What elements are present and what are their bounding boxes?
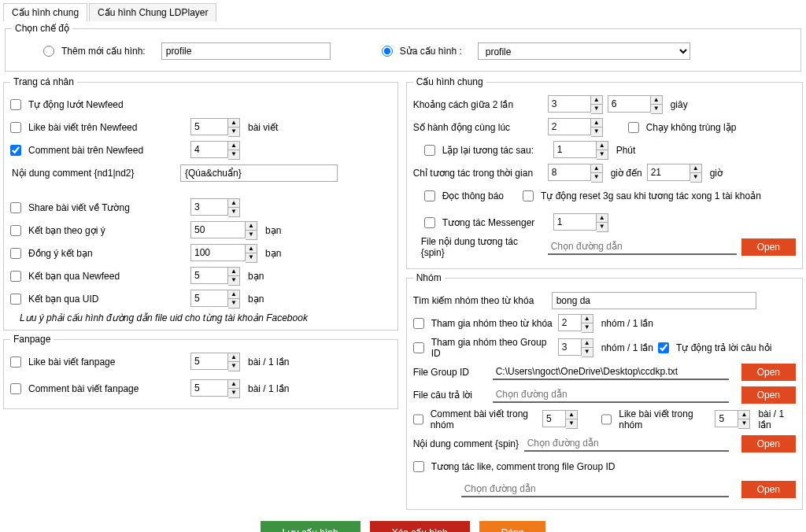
spin-time-from[interactable]: ▲▼ [548,164,603,183]
edit-profile-select[interactable]: profile [478,42,690,60]
fanpage-legend: Fanpage [10,334,54,345]
unit-like-group: bài / 1 lần [758,408,796,430]
chk-nodup[interactable] [628,122,639,133]
tab-ldplayer[interactable]: Cấu hình Chung LDPlayer [89,3,216,21]
unit-gap: giây [671,99,688,110]
profile-fieldset: Trang cá nhân Tự động lướt Newfeed Like … [3,76,398,331]
btn-save[interactable]: Lưu cấu hình [261,521,360,532]
cmt-spin-input[interactable] [524,436,729,452]
cmt-content-input[interactable] [180,164,338,182]
chk-auto-scroll[interactable] [10,99,21,110]
spin-gap-max[interactable]: ▲▼ [608,95,663,114]
btn-delete[interactable]: Xóa cấu hình [370,521,470,532]
spin-fp-like[interactable]: ▲▼ [190,353,240,371]
spin-time-to[interactable]: ▲▼ [647,164,702,183]
radio-edit[interactable] [382,46,393,57]
lbl-read-noti: Đọc thông báo [442,190,504,201]
btn-close[interactable]: Đóng [479,521,546,532]
radio-add[interactable] [43,46,54,57]
chk-interact-file[interactable] [413,461,424,472]
lbl-friend-uid: Kết bạn qua UID [28,294,186,305]
spin-like-group[interactable]: ▲▼ [715,410,750,429]
lbl-actions: Số hành động cùng lúc [413,122,543,133]
btn-open-ans[interactable]: Open [741,386,796,404]
chk-fp-cmt[interactable] [10,383,21,394]
lbl-fp-cmt: Comment bài viết fanpage [28,383,186,394]
chk-cmt-group[interactable] [413,414,423,425]
btn-open-gid[interactable]: Open [741,364,796,381]
lbl-gap: Khoảng cách giữa 2 lần [413,99,543,110]
tab-general[interactable]: Cấu hình chung [3,3,87,21]
spin-cmt-nf[interactable]: ▲▼ [190,141,240,160]
chk-auto-ans[interactable] [658,342,669,353]
spin-join-id[interactable]: ▲▼ [558,338,593,357]
lbl-time: Chỉ tương tác trong thời gian [413,168,543,179]
file-gid-input[interactable] [493,364,729,380]
spin-share[interactable]: ▲▼ [190,198,240,217]
lbl-auto-ans: Tự động trả lời câu hỏi [676,342,771,353]
lbl-nodup: Chạy không trùng lặp [646,122,737,133]
chk-friend-uid[interactable] [10,294,21,305]
chk-join-id[interactable] [413,342,424,353]
chk-msgr[interactable] [424,217,435,228]
spin-like-nf[interactable]: ▲▼ [190,118,240,137]
lbl-time-to: giờ đến [611,168,642,179]
lbl-cmt-content2: Nội dung comment {spin} [413,438,519,449]
add-profile-input[interactable] [161,42,331,60]
lbl-msgr: Tương tác Messenger [442,217,549,228]
chk-share[interactable] [10,202,21,213]
lbl-like-group: Like bài viết trong nhóm [619,408,710,430]
spin-friend-uid[interactable]: ▲▼ [190,290,240,308]
spin-msgr[interactable]: ▲▼ [553,213,608,232]
file-ans-input[interactable] [493,387,729,403]
interact-file-input[interactable] [461,482,729,497]
lbl-like-nf: Like bài viết trên Newfeed [28,122,186,133]
file-spin-input[interactable] [548,239,737,255]
chk-accept[interactable] [10,248,21,259]
lbl-search: Tìm kiếm nhóm theo từ khóa [413,295,547,306]
footer: Lưu cấu hình Xóa cấu hình Đóng [3,521,803,532]
chk-read-noti[interactable] [424,190,435,201]
search-input[interactable] [552,292,756,309]
spin-gap-min[interactable]: ▲▼ [548,95,603,114]
unit-repeat: Phút [616,145,636,156]
fanpage-fieldset: Fanpage Like bài viết fanpage ▲▼ bài / 1… [3,334,398,409]
lbl-join-kw: Tham gia nhóm theo từ khóa [431,318,553,329]
lbl-friend-sug: Kết bạn theo gợi ý [28,225,186,236]
spin-accept[interactable]: ▲▼ [190,244,257,263]
lbl-file-gid: File Group ID [413,367,488,378]
chk-repeat[interactable] [424,145,435,156]
lbl-friend-nf: Kết bạn qua Newfeed [28,271,186,282]
btn-open-spin[interactable]: Open [741,238,796,256]
spin-actions[interactable]: ▲▼ [548,118,603,137]
spin-repeat[interactable]: ▲▼ [553,141,608,160]
lbl-interact-file: Tương tác like, comment trong file Group… [431,461,616,472]
btn-open-cmt-spin[interactable]: Open [741,435,796,453]
chk-like-group[interactable] [601,414,612,425]
radio-add-label: Thêm mới cấu hình: [61,46,146,57]
lbl-share: Share bài viết về Tường [28,202,186,213]
lbl-file-ans: File câu trả lời [413,390,488,401]
lbl-join-id: Tham gia nhóm theo Group ID [431,337,553,359]
lbl-cmt-group: Comment bài viết trong nhóm [431,408,538,430]
group-legend: Nhóm [413,272,445,283]
spin-friend-sug[interactable]: ▲▼ [190,221,257,240]
chk-like-nf[interactable] [10,122,21,133]
general-fieldset: Cấu hình chung Khoảng cách giữa 2 lần ▲▼… [406,76,803,269]
spin-cmt-group[interactable]: ▲▼ [542,410,578,429]
general-legend: Cấu hình chung [413,76,486,87]
chk-reset3g[interactable] [523,190,534,201]
spin-up-icon: ▲ [228,119,239,127]
chk-fp-like[interactable] [10,357,21,368]
chk-cmt-nf[interactable] [10,145,21,156]
lbl-auto-scroll: Tự động lướt Newfeed [28,99,186,110]
chk-friend-nf[interactable] [10,271,21,282]
chk-join-kw[interactable] [413,318,424,329]
spin-fp-cmt[interactable]: ▲▼ [190,379,240,398]
spin-down-icon: ▼ [228,127,239,136]
spin-join-kw[interactable]: ▲▼ [558,314,593,333]
btn-open-interact[interactable]: Open [741,481,796,498]
spin-friend-nf[interactable]: ▲▼ [190,267,240,286]
group-fieldset: Nhóm Tìm kiếm nhóm theo từ khóa Tham gia… [406,272,803,510]
chk-friend-sug[interactable] [10,225,21,236]
